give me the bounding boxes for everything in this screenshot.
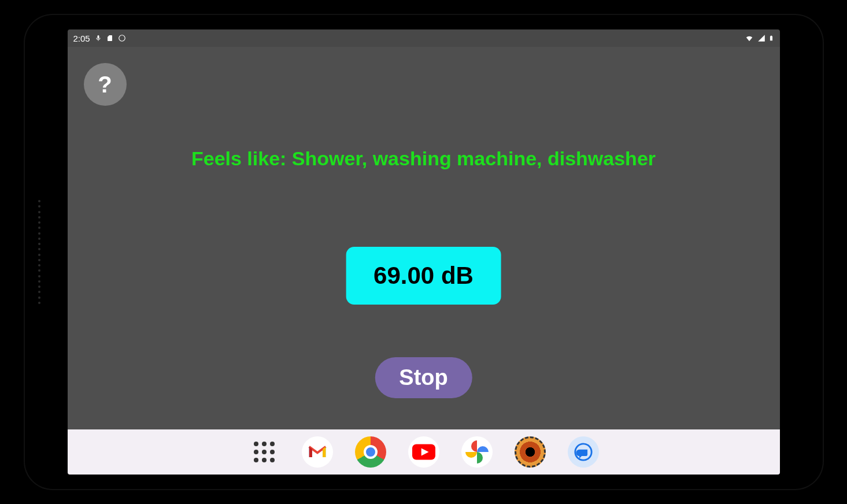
sd-card-icon (106, 34, 113, 42)
wifi-icon (744, 34, 754, 42)
battery-icon (768, 34, 774, 43)
messages-icon[interactable] (568, 436, 599, 468)
app-drawer-grid-icon (254, 442, 275, 462)
chrome-center-icon (364, 445, 378, 459)
help-button[interactable]: ? (84, 63, 127, 106)
signal-icon (757, 34, 766, 42)
app-area: ? Feels like: Shower, washing machine, d… (68, 47, 780, 429)
gmail-glyph-icon (308, 444, 327, 459)
app-drawer-icon[interactable] (249, 436, 280, 468)
dock (68, 429, 780, 475)
chrome-ring-icon (355, 436, 386, 468)
circle-icon (118, 34, 126, 42)
photos-icon[interactable] (461, 436, 493, 468)
app-unknown-icon[interactable] (515, 436, 546, 468)
screen: 2:05 (68, 29, 780, 475)
photos-glyph-icon (465, 440, 489, 464)
help-icon: ? (98, 72, 112, 98)
feels-like-text: Feels like: Shower, washing machine, dis… (68, 147, 780, 170)
status-left: 2:05 (73, 34, 126, 43)
status-bar: 2:05 (68, 29, 780, 47)
mic-icon (95, 34, 102, 42)
gmail-icon[interactable] (302, 436, 333, 468)
stop-button[interactable]: Stop (375, 357, 472, 398)
db-reading: 69.00 dB (346, 247, 501, 305)
svg-point-0 (119, 35, 125, 42)
device-frame: 2:05 (25, 15, 823, 489)
messages-glyph-icon (574, 442, 593, 462)
status-time: 2:05 (73, 34, 90, 43)
youtube-icon[interactable] (408, 436, 439, 468)
chrome-icon[interactable] (355, 436, 386, 468)
speaker-grill (36, 200, 42, 304)
status-right (744, 34, 774, 43)
youtube-glyph-icon (411, 443, 437, 461)
